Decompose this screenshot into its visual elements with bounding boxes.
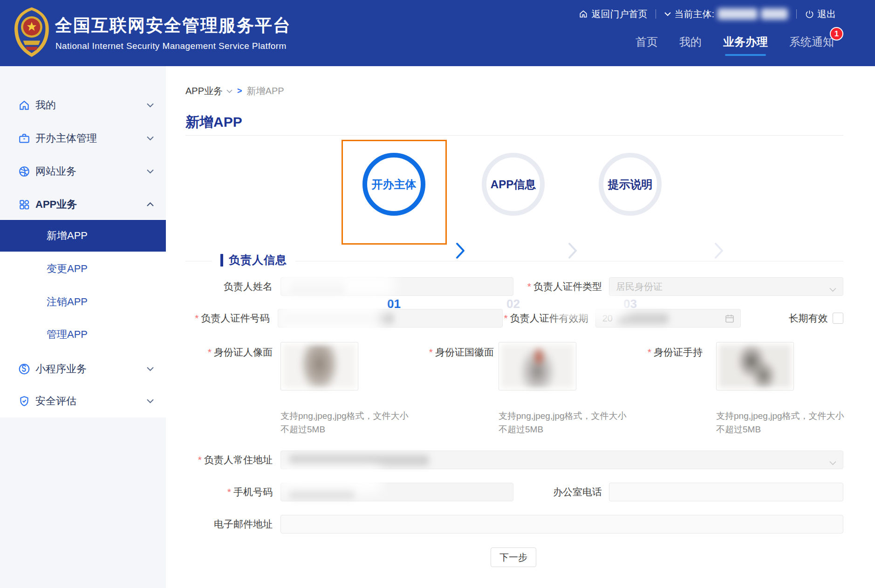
sidebar: 我的 开办主体管理 网站业务 APP业务 新增APP — [0, 66, 166, 588]
photo-holding-upload[interactable] — [716, 342, 794, 390]
photo-front-upload[interactable] — [280, 342, 358, 390]
id-validity-field[interactable]: 20 — [595, 309, 741, 328]
upload-hint: 支持png,jpeg,jpg格式，文件大小不超过5MB — [716, 409, 852, 437]
sidebar-subitem-cancel-app[interactable]: 注销APP — [0, 289, 166, 315]
address-label: * 负责人常住地址 — [185, 453, 273, 466]
home-icon — [18, 99, 31, 112]
email-field[interactable] — [280, 515, 843, 533]
breadcrumb-separator: > — [237, 86, 242, 96]
nav-business[interactable]: 业务办理 — [723, 34, 768, 56]
sidebar-subitem-change-app[interactable]: 变更APP — [0, 256, 166, 282]
logout-label: 退出 — [817, 8, 836, 21]
police-emblem-logo — [10, 6, 53, 60]
portal-home-label: 返回门户首页 — [591, 8, 647, 21]
office-phone-label: 办公室电话 — [513, 485, 602, 499]
sidebar-item-label: 我的 — [35, 98, 56, 112]
sidebar-item-website-business[interactable]: 网站业务 — [0, 159, 166, 184]
sidebar-subitem-manage-app[interactable]: 管理APP — [0, 321, 166, 348]
step-2-circle: APP信息 — [482, 153, 545, 216]
platform-title: 全国互联网安全管理服务平台 — [55, 14, 291, 37]
next-step-button[interactable]: 下一步 — [491, 547, 536, 567]
breadcrumb-section-label: APP业务 — [185, 85, 223, 97]
long-term-checkbox[interactable] — [833, 313, 843, 324]
id-type-value: 居民身份证 — [616, 280, 663, 293]
sidebar-item-mine[interactable]: 我的 — [0, 93, 166, 117]
chevron-up-icon — [147, 200, 154, 209]
step-3-circle: 提示说明 — [599, 153, 662, 216]
utility-divider — [796, 9, 797, 19]
chevron-down-icon — [147, 101, 154, 109]
calendar-icon — [725, 314, 735, 326]
sidebar-subitem-label: 注销APP — [47, 295, 88, 309]
mobile-field[interactable] — [280, 483, 513, 501]
nav-notifications[interactable]: 系统通知 1 — [789, 34, 834, 56]
sidebar-submenu: 新增APP 变更APP 注销APP 管理APP — [0, 219, 166, 417]
chevron-down-icon — [147, 397, 154, 405]
current-entity[interactable]: 当前主体: — [664, 8, 788, 21]
utility-divider — [656, 9, 656, 19]
sidebar-item-entity-management[interactable]: 开办主体管理 — [0, 126, 166, 150]
redacted-mobile-value — [289, 487, 355, 498]
id-type-label: * 负责人证件类型 — [513, 280, 602, 293]
address-select[interactable] — [280, 451, 843, 469]
sidebar-item-security-assessment[interactable]: 安全评估 — [0, 389, 166, 413]
nav-notifications-label: 系统通知 — [789, 35, 834, 48]
redacted-address-value — [289, 455, 429, 466]
sidebar-subitem-label: 变更APP — [47, 262, 88, 276]
sidebar-item-app-business[interactable]: APP业务 — [0, 192, 166, 217]
section-title-bar — [220, 254, 223, 267]
redacted-entity-name-2 — [761, 8, 788, 20]
redacted-entity-name — [718, 8, 758, 20]
photo-holding-label: * 身份证手持 — [626, 346, 703, 359]
redacted-id-photo — [283, 345, 355, 388]
step-1-circle: 开办主体 — [362, 153, 425, 216]
photo-holding-group: * 身份证手持 — [626, 342, 794, 390]
step-2-label: APP信息 — [491, 177, 536, 192]
redacted-id-photo — [719, 345, 791, 388]
redacted-id-photo — [501, 345, 574, 388]
photo-back-upload[interactable] — [499, 342, 576, 390]
title-divider — [185, 135, 843, 136]
chevron-down-icon — [829, 457, 836, 468]
redacted-name-value — [289, 281, 345, 293]
nav-home[interactable]: 首页 — [636, 34, 658, 56]
header-nav: 首页 我的 业务办理 系统通知 1 — [636, 34, 834, 56]
breadcrumb-section[interactable]: APP业务 — [185, 85, 232, 97]
id-type-select[interactable]: 居民身份证 — [609, 277, 843, 296]
sidebar-subitem-add-app[interactable]: 新增APP — [0, 220, 166, 252]
id-validity-label: * 负责人证件有效期 — [503, 312, 588, 325]
header-utility-bar: 返回门户首页 当前主体: 退出 — [579, 7, 836, 21]
step-3-label: 提示说明 — [608, 177, 653, 192]
email-label: 电子邮件地址 — [185, 518, 273, 531]
sidebar-item-label: 安全评估 — [35, 394, 76, 408]
sidebar-item-label: APP业务 — [35, 198, 77, 212]
logout-button[interactable]: 退出 — [805, 8, 836, 21]
id-number-field[interactable] — [278, 309, 503, 328]
app-root: 全国互联网安全管理服务平台 National Internet Security… — [0, 0, 875, 588]
miniprogram-icon — [18, 362, 31, 376]
briefcase-icon — [18, 132, 31, 145]
photo-front-label: * 身份证人像面 — [185, 346, 273, 359]
chevron-down-icon — [664, 12, 671, 16]
page-title: 新增APP — [185, 113, 242, 132]
nav-mine[interactable]: 我的 — [679, 34, 702, 56]
sidebar-item-miniprogram-business[interactable]: 小程序业务 — [0, 357, 166, 381]
long-term-label: 长期有效 — [766, 312, 828, 325]
name-field[interactable] — [280, 277, 513, 296]
step-arrow-icon — [713, 241, 725, 262]
sidebar-item-label: 小程序业务 — [35, 362, 87, 376]
sidebar-item-label: 网站业务 — [35, 164, 76, 178]
sidebar-subitem-label: 新增APP — [47, 229, 88, 243]
id-number-label: * 负责人证件号码 — [185, 312, 270, 325]
chevron-down-icon — [147, 167, 154, 176]
photo-front-group: * 身份证人像面 — [185, 342, 358, 390]
portal-home-link[interactable]: 返回门户首页 — [579, 8, 647, 21]
office-phone-field[interactable] — [609, 483, 843, 501]
redacted-id-number-value — [287, 313, 394, 324]
header: 全国互联网安全管理服务平台 National Internet Security… — [0, 0, 875, 66]
step-arrow-icon — [455, 241, 466, 262]
form-row-1: 负责人姓名 * 负责人证件类型 居民身份证 — [185, 277, 843, 296]
sidebar-item-label: 开办主体管理 — [35, 131, 97, 145]
sidebar-subitem-label: 管理APP — [47, 328, 88, 342]
home-icon — [579, 9, 588, 19]
